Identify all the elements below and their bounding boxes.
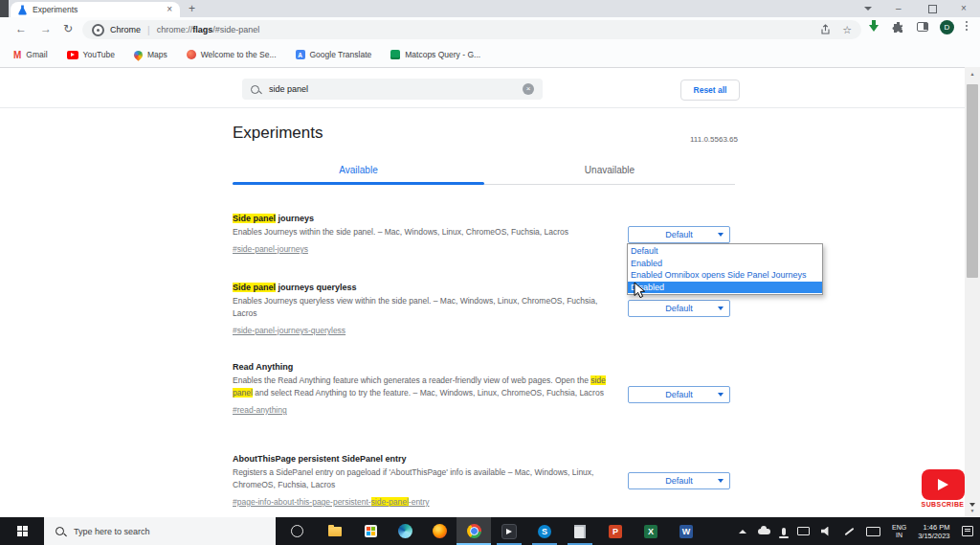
bookmark-google-translate[interactable]: A Google Translate <box>296 50 372 59</box>
flag-select-aboutthispage[interactable]: Default <box>628 472 730 489</box>
flag-select-read-anything[interactable]: Default <box>628 386 730 403</box>
tab-title: Experiments <box>33 5 167 14</box>
window-minimize-button[interactable]: – <box>896 4 902 13</box>
flags-search-input[interactable] <box>267 83 515 95</box>
flags-search-box[interactable]: × <box>242 79 543 100</box>
chevron-down-icon <box>718 393 724 397</box>
touch-keyboard-icon[interactable] <box>866 527 880 536</box>
play-icon <box>938 479 948 490</box>
side-panel-icon[interactable] <box>917 22 928 32</box>
tab-close-icon[interactable]: × <box>167 5 172 14</box>
select-dropdown-menu: Default Enabled Enabled Omnibox opens Si… <box>627 243 823 295</box>
tray-chevron-up-icon[interactable] <box>739 530 746 534</box>
excel-button[interactable]: X <box>635 517 667 545</box>
notes-app-button[interactable] <box>564 517 596 545</box>
chrome-button[interactable] <box>457 517 490 545</box>
flag-select-side-panel-journeys-queryless[interactable]: Default <box>628 300 730 317</box>
cortana-icon <box>291 525 303 537</box>
flag-permalink[interactable]: #side-panel-journeys-queryless <box>233 326 345 335</box>
firefox-button[interactable] <box>423 517 456 545</box>
dropdown-option-disabled[interactable]: Disabled <box>628 282 822 294</box>
omnibox-url[interactable]: chrome://flags/#side-panel <box>157 25 260 34</box>
flask-icon <box>18 5 27 15</box>
extensions-puzzle-icon[interactable] <box>892 21 904 34</box>
taskbar-search[interactable]: Type here to search <box>44 517 276 545</box>
active-tab-indicator <box>233 182 484 185</box>
back-button[interactable]: ← <box>15 23 27 34</box>
bookmark-maps[interactable]: Maps <box>134 50 167 59</box>
flag-title: Side panel journeys <box>233 213 619 225</box>
windows-logo-icon <box>17 526 28 536</box>
edge-button[interactable] <box>389 517 421 545</box>
flag-permalink[interactable]: #page-info-about-this-page-persistent-si… <box>233 497 430 507</box>
download-icon-arrow[interactable] <box>869 25 879 32</box>
reset-all-button[interactable]: Reset all <box>680 79 740 101</box>
flag-permalink[interactable]: #read-anything <box>233 405 287 415</box>
omnibox-site-label: Chrome <box>110 25 141 34</box>
pen-icon[interactable] <box>845 527 855 534</box>
dropdown-option-default[interactable]: Default <box>628 245 822 258</box>
clock[interactable]: 1:46 PM3/15/2023 <box>918 523 949 540</box>
dropdown-option-enabled-omnibox[interactable]: Enabled Omnibox opens Side Panel Journey… <box>628 269 822 282</box>
window-menu-chevron-icon[interactable] <box>864 7 872 11</box>
powerpoint-button[interactable]: P <box>599 517 632 545</box>
flag-description: Enables Journeys within the side panel. … <box>233 226 619 238</box>
welcome-site-icon <box>187 50 196 59</box>
window-restore-button[interactable] <box>928 5 937 13</box>
language-indicator[interactable]: ENGIN <box>892 524 906 539</box>
flag-description: Enables Journeys queryless view within t… <box>233 295 619 320</box>
volume-icon[interactable] <box>821 527 833 536</box>
flag-entry-aboutthispage-sidepanel: AboutThisPage persistent SidePanel entry… <box>233 453 619 509</box>
file-explorer-button[interactable] <box>319 517 351 545</box>
page-title: Experiments <box>233 124 323 143</box>
bookmark-youtube[interactable]: YouTube <box>67 50 115 59</box>
microsoft-store-button[interactable] <box>354 517 387 545</box>
new-tab-button[interactable]: + <box>189 2 195 15</box>
dropdown-option-enabled[interactable]: Enabled <box>628 258 822 270</box>
browser-menu-icon[interactable] <box>966 21 968 31</box>
browser-tab-experiments[interactable]: Experiments × <box>11 2 180 17</box>
forward-button[interactable]: → <box>40 23 52 34</box>
bookmark-star-icon[interactable]: ☆ <box>842 25 852 35</box>
notes-app-icon <box>574 525 586 538</box>
flag-description: Enables the Read Anything feature which … <box>233 375 619 399</box>
recorder-app-button[interactable] <box>493 517 525 545</box>
flag-title: Read Anything <box>233 361 619 374</box>
microphone-icon[interactable] <box>782 528 786 535</box>
flag-select-side-panel-journeys[interactable]: Default <box>628 226 730 243</box>
window-close-button[interactable]: × <box>961 4 967 13</box>
reload-button[interactable]: ↻ <box>63 23 73 34</box>
word-icon: W <box>679 525 693 538</box>
clear-search-icon[interactable]: × <box>523 83 534 95</box>
profile-avatar[interactable]: D <box>940 20 954 34</box>
word-button[interactable]: W <box>670 517 702 545</box>
chevron-down-icon <box>718 307 724 310</box>
firefox-icon <box>433 524 447 538</box>
tab-unavailable[interactable]: Unavailable <box>484 165 735 175</box>
scrollbar-thumb[interactable] <box>967 84 978 278</box>
chrome-version: 111.0.5563.65 <box>612 135 738 144</box>
tab-available[interactable]: Available <box>233 165 484 175</box>
action-center-icon[interactable] <box>962 526 973 536</box>
start-button[interactable] <box>0 517 44 545</box>
desktop-screen: Experiments × + – × ← → ↻ Chrome | chrom… <box>0 0 980 545</box>
chrome-icon <box>467 524 481 538</box>
cortana-button[interactable] <box>280 517 313 545</box>
bookmark-gmail[interactable]: M Gmail <box>13 50 48 60</box>
share-icon[interactable] <box>819 24 831 35</box>
flag-title: AboutThisPage persistent SidePanel entry <box>233 453 619 466</box>
bookmark-welcome[interactable]: Welcome to the Se... <box>187 50 277 59</box>
bookmark-matcops-query[interactable]: Matcops Query - G... <box>390 50 480 59</box>
display-share-icon[interactable] <box>797 527 810 535</box>
mouse-cursor <box>634 282 647 299</box>
onedrive-cloud-icon[interactable] <box>758 529 770 534</box>
skype-button[interactable]: S <box>528 517 561 545</box>
scrollbar-up-arrow[interactable]: ▲ <box>965 69 980 79</box>
omnibox[interactable]: Chrome | chrome://flags/#side-panel ☆ <box>82 20 861 39</box>
omnibox-separator: | <box>147 25 150 35</box>
flag-entry-side-panel-journeys-queryless: Side panel journeys queryless Enables Jo… <box>233 282 619 337</box>
translate-icon: A <box>296 50 305 59</box>
subscribe-play-button[interactable] <box>922 469 965 500</box>
flag-permalink[interactable]: #side-panel-journeys <box>233 244 308 254</box>
taskbar-search-placeholder: Type here to search <box>74 527 150 536</box>
